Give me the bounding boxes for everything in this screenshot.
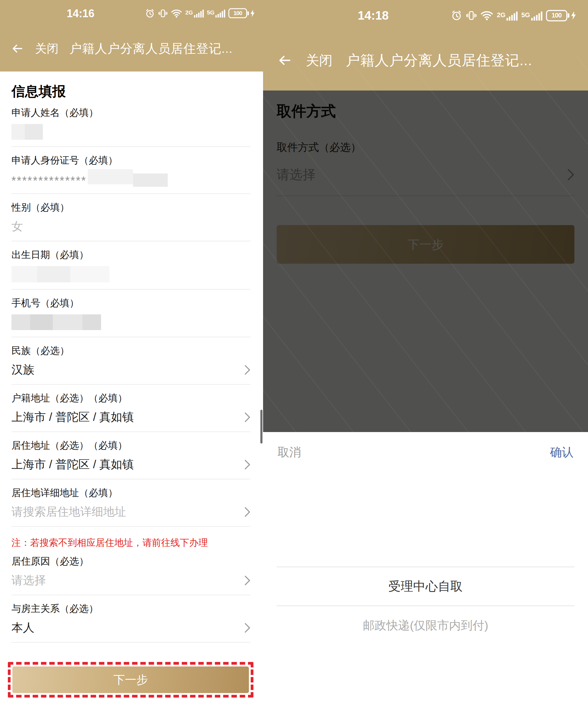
- watermark-pattern: [263, 54, 588, 468]
- detailed-address-search[interactable]: 请搜索居住地详细地址: [11, 504, 250, 519]
- birth-date-input[interactable]: [11, 266, 250, 282]
- stitched-screenshots: 14:16 2G 5G 100 关闭 户籍人户分离人员居住登记...: [0, 0, 588, 706]
- left-screen: 14:16 2G 5G 100 关闭 户籍人户分离人员居住登记...: [0, 0, 263, 706]
- picker-cancel-button[interactable]: 取消: [278, 444, 301, 460]
- residence-address-value: 上海市 / 普陀区 / 真如镇: [11, 457, 134, 472]
- field-label: 申请人姓名（必填）: [11, 107, 250, 118]
- chevron-right-icon: [244, 507, 250, 517]
- chevron-right-icon: [244, 412, 250, 422]
- registered-address-value: 上海市 / 普陀区 / 真如镇: [11, 409, 134, 425]
- field-ethnicity: 民族（必选） 汉族: [11, 337, 250, 385]
- right-screen: 14:18 2G 5G 100 关闭 户籍人户分离人员居住登记...: [263, 0, 588, 706]
- field-label: 民族（必选）: [11, 345, 250, 356]
- battery-icon: 100: [546, 10, 567, 22]
- picker-actions: 取消 确认: [263, 432, 588, 460]
- signal-2g-icon: 2G: [185, 9, 204, 17]
- field-phone: 手机号（必填）: [11, 290, 250, 337]
- close-button[interactable]: 关闭: [35, 40, 58, 57]
- owner-relationship-select[interactable]: 本人: [11, 620, 250, 635]
- field-residence-address: 居住地址（必选）（必填） 上海市 / 普陀区 / 真如镇: [11, 432, 250, 479]
- network-5g-label: 5G: [207, 10, 214, 15]
- redacted-value: [88, 172, 168, 187]
- gender-value: 女: [11, 219, 23, 234]
- vibrate-icon: [158, 8, 168, 18]
- field-label: 性别（必填）: [11, 202, 250, 213]
- ethnicity-select[interactable]: 汉族: [11, 362, 250, 378]
- field-registered-address: 户籍地址（必选）（必填） 上海市 / 普陀区 / 真如镇: [11, 385, 250, 432]
- phone-input[interactable]: [11, 314, 250, 330]
- wifi-icon: [480, 10, 493, 21]
- signal-5g-icon: 5G: [207, 9, 225, 17]
- field-label: 出生日期（必填）: [11, 249, 250, 260]
- next-step-button[interactable]: 下一步: [12, 666, 249, 693]
- field-applicant-name: 申请人姓名（必填）: [11, 99, 250, 147]
- picker-confirm-button[interactable]: 确认: [550, 444, 574, 460]
- page-title: 户籍人户分离人员居住登记...: [69, 40, 233, 57]
- signal-bars-icon: [194, 9, 204, 17]
- form-content: 信息填报 申请人姓名（必填） 申请人身份证号（必填） *************…: [0, 84, 263, 698]
- name-input[interactable]: [11, 124, 250, 140]
- picker-bottom-sheet: 取消 确认 受理中心自取 邮政快递(仅限市内到付): [263, 432, 588, 706]
- field-residence-reason: 居住原因（必选） 请选择: [11, 550, 250, 595]
- field-label: 居住地详细地址（必填）: [11, 487, 250, 498]
- network-2g-label: 2G: [185, 10, 193, 15]
- clock-time: 14:18: [358, 9, 389, 22]
- signal-bars-icon: [531, 10, 543, 21]
- field-gender: 性别（必填） 女: [11, 194, 250, 241]
- signal-bars-icon: [507, 10, 518, 21]
- picker-option-selected[interactable]: 受理中心自取: [277, 566, 575, 606]
- redacted-value: [11, 266, 110, 282]
- status-bar: 14:16 2G 5G 100: [0, 0, 263, 26]
- scrollbar-thumb[interactable]: [260, 410, 263, 443]
- clock-time: 14:16: [67, 7, 94, 19]
- battery-level: 100: [552, 12, 562, 19]
- battery-level: 100: [234, 10, 242, 16]
- field-birth-date: 出生日期（必填）: [11, 241, 250, 290]
- charging-bolt-icon: [571, 10, 576, 21]
- charging-bolt-icon: [250, 9, 255, 18]
- battery-icon: 100: [228, 8, 247, 18]
- signal-bars-icon: [215, 9, 225, 17]
- redacted-value: [11, 124, 43, 140]
- wifi-icon: [171, 8, 182, 18]
- id-number-input[interactable]: **************: [11, 172, 250, 187]
- chevron-right-icon: [244, 460, 250, 470]
- field-label: 与房主关系（必选）: [11, 603, 250, 614]
- chevron-right-icon: [244, 575, 250, 586]
- alarm-clock-icon: [145, 8, 155, 18]
- network-2g-label: 2G: [497, 11, 506, 18]
- field-detailed-address: 居住地详细地址（必填） 请搜索居住地详细地址: [11, 479, 250, 527]
- field-label: 户籍地址（必选）（必填）: [11, 393, 250, 403]
- field-label: 居住原因（必选）: [11, 556, 250, 566]
- chevron-right-icon: [244, 365, 250, 375]
- masked-id-value: **************: [11, 174, 87, 187]
- modal-scrim[interactable]: [263, 90, 588, 432]
- registered-address-select[interactable]: 上海市 / 普陀区 / 真如镇: [11, 409, 250, 425]
- residence-reason-placeholder: 请选择: [11, 573, 46, 588]
- field-label: 手机号（必填）: [11, 298, 250, 308]
- status-bar: 14:18 2G 5G 100: [263, 0, 588, 30]
- app-bar: 关闭 户籍人户分离人员居住登记...: [0, 26, 263, 72]
- picker-option[interactable]: 邮政快递(仅限市内到付): [277, 606, 575, 645]
- residence-address-select[interactable]: 上海市 / 普陀区 / 真如镇: [11, 457, 250, 472]
- signal-5g-icon: 5G: [521, 10, 542, 21]
- owner-relationship-value: 本人: [11, 620, 34, 635]
- section-title: 信息填报: [11, 84, 250, 99]
- highlight-dashed-box: 下一步: [8, 662, 253, 698]
- field-id-number: 申请人身份证号（必填） **************: [11, 147, 250, 194]
- vibrate-icon: [466, 10, 477, 22]
- redacted-value: [11, 314, 101, 330]
- detailed-address-placeholder: 请搜索居住地详细地址: [11, 504, 126, 519]
- status-icons: 2G 5G 100: [451, 10, 576, 22]
- picker-options: 受理中心自取 邮政快递(仅限市内到付): [277, 566, 575, 645]
- residence-reason-select[interactable]: 请选择: [11, 573, 250, 588]
- back-arrow-icon[interactable]: [10, 43, 24, 54]
- field-owner-relationship: 与房主关系（必选） 本人: [11, 595, 250, 643]
- status-icons: 2G 5G 100: [145, 8, 255, 18]
- field-label: 申请人身份证号（必填）: [11, 155, 250, 166]
- offline-note: 注：若搜索不到相应居住地址，请前往线下办理: [11, 537, 250, 549]
- gender-input[interactable]: 女: [11, 219, 250, 234]
- network-5g-label: 5G: [521, 11, 530, 18]
- field-label: 居住地址（必选）（必填）: [11, 440, 250, 451]
- alarm-clock-icon: [451, 10, 463, 22]
